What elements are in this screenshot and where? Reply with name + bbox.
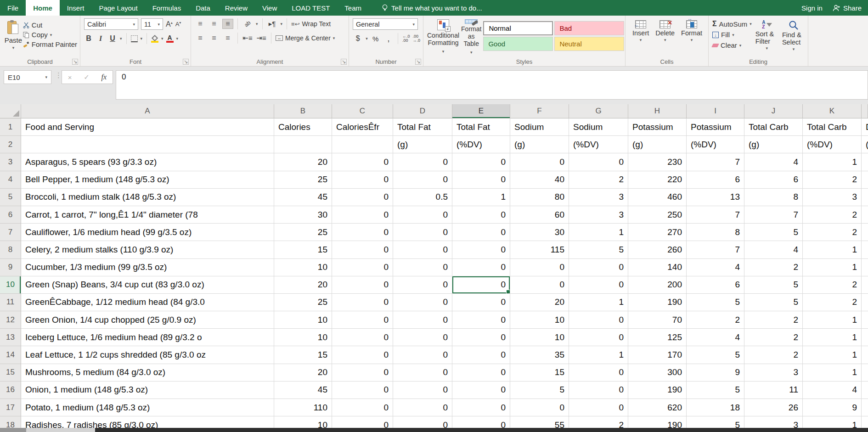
cell-A14[interactable]: Leaf Lettuce, 1 1/2 cups shredded (85 g/…	[21, 346, 274, 364]
cell-K14[interactable]: 1	[803, 346, 862, 364]
cell-J10[interactable]: 5	[744, 276, 803, 294]
cell-G7[interactable]: 1	[569, 224, 628, 241]
borders-icon[interactable]	[131, 35, 138, 42]
cell-D10[interactable]: 0	[393, 276, 452, 294]
cell-E16[interactable]: 0	[452, 382, 510, 399]
cell-H11[interactable]: 190	[628, 294, 687, 311]
cell-C10[interactable]: 0	[332, 276, 393, 294]
cell-L11[interactable]	[862, 294, 868, 311]
cell-F12[interactable]: 10	[510, 311, 569, 329]
cell-B14[interactable]: 15	[274, 346, 332, 364]
cell-K2[interactable]: (%DV)	[803, 136, 862, 153]
cell-J8[interactable]: 4	[744, 241, 803, 258]
cell-A9[interactable]: Cucumber, 1/3 medium (99 g/3.5 oz)	[21, 259, 274, 276]
merge-center-button[interactable]: ↔Merge & Center▾	[276, 34, 335, 42]
increase-indent-button[interactable]: ⇥≡	[256, 33, 267, 43]
cell-G10[interactable]: 0	[569, 276, 628, 294]
cell-B9[interactable]: 10	[274, 259, 332, 276]
cell-G4[interactable]: 2	[569, 171, 628, 189]
cell-G9[interactable]: 0	[569, 259, 628, 276]
cell-C14[interactable]: 0	[332, 346, 393, 364]
cell-D5[interactable]: 0.5	[393, 189, 452, 206]
cell-I9[interactable]: 4	[687, 259, 744, 276]
cell-K4[interactable]: 2	[803, 171, 862, 189]
cell-J17[interactable]: 26	[744, 399, 803, 416]
row-header-9[interactable]: 9	[0, 259, 21, 276]
cell-B5[interactable]: 45	[274, 189, 332, 206]
bottom-strip-scroll-thumb[interactable]	[26, 428, 95, 432]
cell-F11[interactable]: 20	[510, 294, 569, 311]
cell-C13[interactable]: 0	[332, 329, 393, 346]
row-header-14[interactable]: 14	[0, 346, 21, 364]
decrease-decimal-button[interactable]: .00→.0	[412, 34, 420, 43]
cell-L5[interactable]	[862, 189, 868, 206]
row-header-11[interactable]: 11	[0, 294, 21, 311]
cell-D17[interactable]: 0	[393, 399, 452, 416]
cell-H7[interactable]: 270	[628, 224, 687, 241]
tab-insert[interactable]: Insert	[60, 0, 92, 16]
tab-review[interactable]: Review	[218, 0, 255, 16]
cell-G8[interactable]: 5	[569, 241, 628, 258]
font-dialog-launcher-icon[interactable]: ↘	[183, 59, 189, 65]
cell-I2[interactable]: (%DV)	[687, 136, 744, 153]
cell-E15[interactable]: 0	[452, 364, 510, 382]
cell-L4[interactable]	[862, 171, 868, 189]
cell-G13[interactable]: 0	[569, 329, 628, 346]
find-select-button[interactable]: Find & Select▾	[782, 18, 805, 56]
column-header-A[interactable]: A	[21, 104, 274, 118]
cell-F9[interactable]: 0	[510, 259, 569, 276]
column-header-B[interactable]: B	[274, 104, 332, 118]
tab-data[interactable]: Data	[188, 0, 218, 16]
cell-H5[interactable]: 460	[628, 189, 687, 206]
cell-I12[interactable]: 2	[687, 311, 744, 329]
cell-I8[interactable]: 7	[687, 241, 744, 258]
cell-C1[interactable]: CaloriesÊfr	[332, 118, 393, 136]
cell-G16[interactable]: 0	[569, 382, 628, 399]
cell-F15[interactable]: 15	[510, 364, 569, 382]
cell-I6[interactable]: 7	[687, 206, 744, 224]
cell-G5[interactable]: 3	[569, 189, 628, 206]
cell-L10[interactable]	[862, 276, 868, 294]
number-format-select[interactable]: General▾	[353, 18, 418, 30]
column-header-K[interactable]: K	[803, 104, 862, 118]
cell-H8[interactable]: 260	[628, 241, 687, 258]
cell-E1[interactable]: Total Fat	[452, 118, 510, 136]
cell-L1[interactable]: D	[862, 118, 868, 136]
column-header-C[interactable]: C	[332, 104, 393, 118]
tab-home[interactable]: Home	[26, 0, 60, 16]
cell-K15[interactable]: 1	[803, 364, 862, 382]
bottom-align-button[interactable]: ≡	[222, 19, 233, 29]
cell-F10[interactable]: 0	[510, 276, 569, 294]
cell-L12[interactable]	[862, 311, 868, 329]
cell-I10[interactable]: 6	[687, 276, 744, 294]
increase-decimal-button[interactable]: ←.0.00	[402, 34, 410, 43]
select-all-button[interactable]	[0, 104, 21, 118]
tab-formulas[interactable]: Formulas	[145, 0, 189, 16]
cell-L17[interactable]	[862, 399, 868, 416]
cell-D4[interactable]: 0	[393, 171, 452, 189]
align-right-button[interactable]: ≡	[222, 33, 233, 43]
cell-A5[interactable]: Broccoli, 1 medium stalk (148 g/5.3 oz)	[21, 189, 274, 206]
cell-A13[interactable]: Iceberg Lettuce, 1/6 medium head (89 g/3…	[21, 329, 274, 346]
cell-G6[interactable]: 3	[569, 206, 628, 224]
text-direction-button[interactable]: ▸¶	[267, 19, 278, 29]
cell-D14[interactable]: 0	[393, 346, 452, 364]
comma-style-button[interactable]: ,	[383, 34, 394, 44]
cell-H10[interactable]: 200	[628, 276, 687, 294]
cell-E17[interactable]: 0	[452, 399, 510, 416]
cell-B10[interactable]: 20	[274, 276, 332, 294]
format-cells-button[interactable]: ↔ Format▾	[681, 18, 702, 56]
cell-C7[interactable]: 0	[332, 224, 393, 241]
cell-F17[interactable]: 0	[510, 399, 569, 416]
delete-cells-button[interactable]: ✕ Delete▾	[655, 18, 675, 56]
format-painter-button[interactable]: Format Painter	[23, 40, 77, 48]
cell-A11[interactable]: GreenÊCabbage, 1/12 medium head (84 g/3.…	[21, 294, 274, 311]
row-header-5[interactable]: 5	[0, 189, 21, 206]
cell-A7[interactable]: Cauliflower, 1/6 medium head (99 g/3.5 o…	[21, 224, 274, 241]
row-header-13[interactable]: 13	[0, 329, 21, 346]
cell-K3[interactable]: 1	[803, 153, 862, 171]
cell-G11[interactable]: 1	[569, 294, 628, 311]
cell-F4[interactable]: 40	[510, 171, 569, 189]
cell-C12[interactable]: 0	[332, 311, 393, 329]
column-header-I[interactable]: I	[687, 104, 744, 118]
